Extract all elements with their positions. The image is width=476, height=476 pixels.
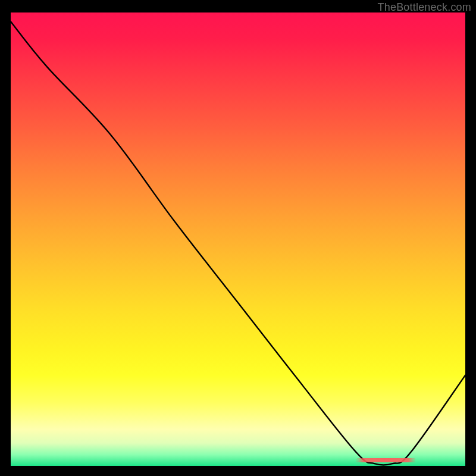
chart-container: TheBottleneck.com [0, 0, 476, 476]
bottleneck-curve [11, 12, 465, 466]
curve-path [11, 21, 465, 465]
optimal-range-marker [356, 458, 415, 462]
plot-area [11, 12, 465, 466]
watermark-text: TheBottleneck.com [378, 1, 471, 14]
